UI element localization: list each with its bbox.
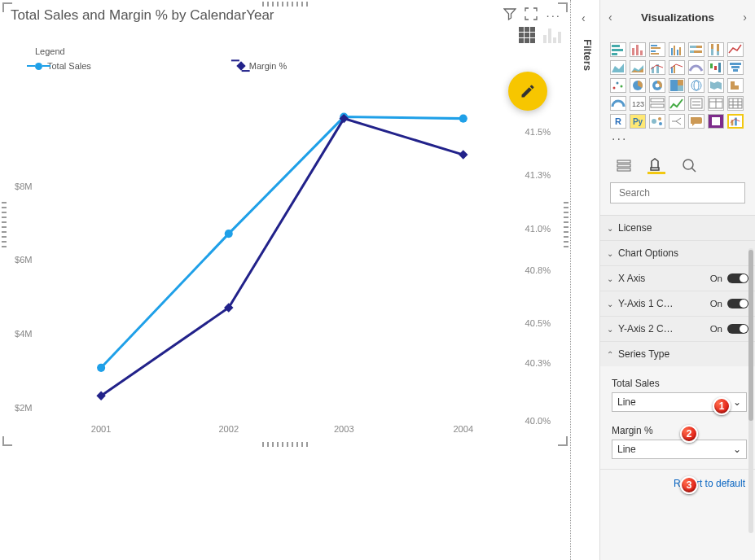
card-y-axis-2[interactable]: ⌄Y-Axis 2 C…On bbox=[600, 317, 755, 341]
vis-card-icon[interactable]: 123 bbox=[630, 96, 646, 111]
y2-tick: 41.3% bbox=[525, 170, 551, 180]
vis-custom-icon[interactable] bbox=[727, 114, 744, 129]
chart-plot-area[interactable]: $8M $6M $4M $2M 41.5% 41.3% 41.0% 40.8% … bbox=[15, 96, 558, 434]
callout-3: 3 bbox=[680, 476, 698, 494]
vis-shape-map-icon[interactable] bbox=[727, 78, 744, 93]
filters-pane-label[interactable]: Filters bbox=[582, 39, 594, 71]
svg-rect-10 bbox=[612, 53, 617, 55]
vis-donut-icon[interactable] bbox=[649, 78, 665, 93]
xaxis-toggle[interactable] bbox=[727, 273, 748, 283]
y1-toggle[interactable] bbox=[727, 299, 748, 308]
y2-toggle[interactable] bbox=[727, 324, 748, 334]
vis-qna-icon[interactable] bbox=[688, 114, 705, 129]
vis-paginated-icon[interactable] bbox=[708, 114, 724, 129]
series1-label: Total Sales bbox=[612, 378, 747, 389]
vis-scatter-icon[interactable] bbox=[610, 78, 626, 93]
vis-waterfall-icon[interactable] bbox=[708, 60, 724, 75]
vis-ribbon-icon[interactable] bbox=[688, 60, 705, 75]
svg-rect-74 bbox=[617, 160, 630, 163]
resize-handle-br[interactable] bbox=[556, 435, 568, 446]
vis-stacked-bar-icon[interactable] bbox=[610, 42, 626, 57]
card-x-axis[interactable]: ⌄X AxisOn bbox=[600, 266, 755, 291]
vis-python-icon[interactable]: Py bbox=[630, 114, 646, 129]
resize-handle-left[interactable] bbox=[2, 202, 7, 247]
vis-clustered-column-icon[interactable] bbox=[669, 42, 685, 57]
format-search-input[interactable] bbox=[619, 187, 741, 199]
series2-type-select[interactable]: Line⌄ bbox=[612, 440, 747, 459]
collapse-vis-pane-button[interactable]: ‹ bbox=[608, 11, 612, 24]
format-tab[interactable] bbox=[647, 156, 665, 174]
resize-handle-bl[interactable] bbox=[2, 435, 14, 446]
vis-clustered-bar-icon[interactable] bbox=[649, 42, 665, 57]
resize-handle-bottom[interactable] bbox=[262, 442, 308, 447]
svg-line-69 bbox=[676, 118, 681, 121]
vis-line-icon[interactable] bbox=[727, 42, 744, 57]
vis-line-clustered-column-icon[interactable] bbox=[669, 60, 685, 75]
resize-handle-top[interactable] bbox=[262, 2, 308, 7]
y2-tick: 40.5% bbox=[525, 318, 551, 328]
vis-key-influencers-icon[interactable] bbox=[649, 114, 665, 129]
vis-slicer-icon[interactable] bbox=[688, 96, 705, 111]
svg-rect-16 bbox=[651, 50, 656, 52]
vis-area-icon[interactable] bbox=[610, 60, 626, 75]
focus-mode-icon[interactable] bbox=[525, 7, 538, 23]
vis-stacked-column-icon[interactable] bbox=[630, 42, 646, 57]
expand-vis-pane-button[interactable]: › bbox=[743, 11, 747, 24]
bars-view-icon[interactable] bbox=[543, 27, 561, 43]
y1-tick: $8M bbox=[15, 182, 33, 191]
vis-r-icon[interactable]: R bbox=[610, 114, 626, 129]
y1-tick: $6M bbox=[15, 255, 33, 265]
vis-stacked-area-icon[interactable] bbox=[630, 60, 646, 75]
vis-treemap-icon[interactable] bbox=[669, 78, 685, 93]
svg-point-66 bbox=[658, 117, 661, 120]
analytics-tab[interactable] bbox=[680, 156, 698, 174]
svg-point-0 bbox=[97, 364, 105, 372]
legend-item-total-sales[interactable]: Total Sales bbox=[35, 61, 91, 71]
vis-gauge-icon[interactable] bbox=[610, 96, 626, 111]
vis-multi-card-icon[interactable] bbox=[649, 96, 665, 111]
vis-table-icon[interactable] bbox=[708, 96, 724, 111]
vis-pie-icon[interactable] bbox=[630, 78, 646, 93]
filter-icon[interactable] bbox=[503, 7, 516, 23]
svg-rect-12 bbox=[636, 45, 639, 55]
vis-100-stacked-bar-icon[interactable] bbox=[688, 42, 705, 57]
grid-view-icon[interactable] bbox=[519, 27, 535, 43]
vis-filled-map-icon[interactable] bbox=[708, 78, 724, 93]
x-tick: 2001 bbox=[91, 424, 112, 434]
fields-tab[interactable] bbox=[615, 156, 633, 174]
svg-text:123: 123 bbox=[632, 100, 644, 108]
chevron-up-icon: ⌃ bbox=[607, 350, 613, 359]
card-chart-options[interactable]: ⌄Chart Options bbox=[600, 241, 755, 265]
vis-kpi-icon[interactable] bbox=[669, 96, 685, 111]
svg-rect-17 bbox=[651, 53, 659, 55]
format-pane-scrollbar[interactable] bbox=[748, 248, 753, 533]
legend-title: Legend bbox=[35, 46, 287, 56]
legend-item-margin[interactable]: Margin % bbox=[238, 61, 287, 71]
vis-line-stacked-column-icon[interactable] bbox=[649, 60, 665, 75]
y1-tick: $2M bbox=[15, 403, 33, 413]
chart-visual[interactable]: Total Sales and Margin % by CalendarYear… bbox=[2, 2, 568, 446]
svg-rect-8 bbox=[612, 45, 620, 47]
vis-decomposition-icon[interactable] bbox=[669, 114, 685, 129]
format-search-box[interactable] bbox=[610, 182, 745, 203]
vis-matrix-icon[interactable] bbox=[727, 96, 744, 111]
vis-map-icon[interactable] bbox=[688, 78, 705, 93]
svg-rect-14 bbox=[651, 45, 657, 46]
expand-filters-button[interactable]: ‹ bbox=[582, 11, 586, 24]
svg-rect-48 bbox=[678, 85, 683, 91]
legend-label: Total Sales bbox=[47, 61, 91, 71]
card-license[interactable]: ⌄License bbox=[600, 216, 755, 240]
y1-tick: $4M bbox=[15, 329, 33, 339]
svg-point-67 bbox=[659, 122, 662, 125]
vis-funnel-icon[interactable] bbox=[727, 60, 744, 75]
svg-rect-9 bbox=[612, 49, 623, 51]
card-y-axis-1[interactable]: ⌄Y-Axis 1 C…On bbox=[600, 291, 755, 316]
vis-100-stacked-column-icon[interactable] bbox=[708, 42, 724, 57]
resize-handle-right[interactable] bbox=[564, 202, 568, 247]
svg-rect-23 bbox=[696, 46, 702, 48]
more-visuals-button[interactable]: ··· bbox=[608, 130, 747, 151]
svg-point-49 bbox=[691, 81, 701, 90]
card-series-type[interactable]: ⌃Series Type bbox=[600, 342, 755, 366]
more-options-icon[interactable]: ··· bbox=[546, 8, 561, 22]
svg-rect-36 bbox=[718, 63, 721, 72]
